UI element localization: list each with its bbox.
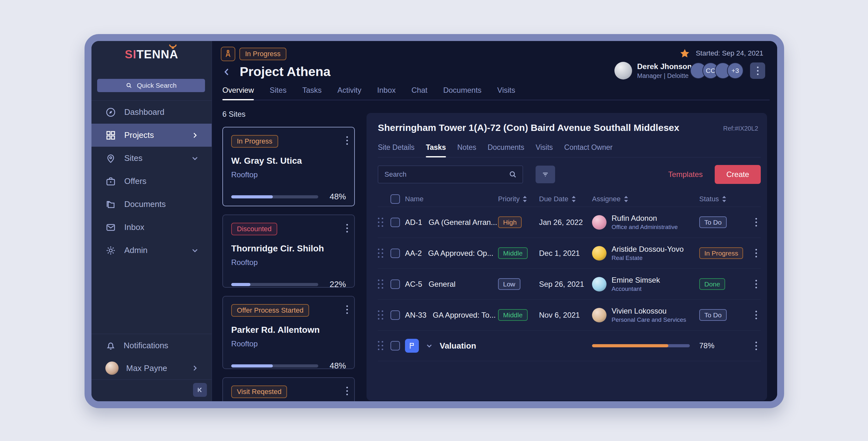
tab-activity[interactable]: Activity [338,86,362,100]
task-group-row[interactable]: Valuation 78% [378,330,761,361]
sidebar-item-inbox[interactable]: Inbox [91,216,212,239]
status-badge: To Do [699,309,727,321]
column-due-date: Due Date [539,195,568,203]
row-checkbox[interactable] [391,218,400,227]
row-checkbox[interactable] [391,341,400,350]
started-date: Started: Sep 24, 2021 [696,49,763,57]
site-card[interactable]: In Progress W. Gray St. Utica Rooftop 48… [222,127,355,206]
row-menu-button[interactable] [753,278,759,290]
tab-tasks[interactable]: Tasks [302,86,321,100]
card-menu-button[interactable] [344,304,350,316]
task-search-input[interactable] [378,166,523,183]
tab-notes[interactable]: Notes [457,143,476,157]
team-avatar-group[interactable]: CC +3 [690,62,743,79]
templates-link[interactable]: Templates [668,170,703,179]
card-menu-button[interactable] [344,134,350,147]
tab-sites[interactable]: Sites [270,86,286,100]
table-row[interactable]: AD-1GA (General Arran... High Jan 26, 20… [378,207,761,238]
antenna-icon [167,42,178,51]
sidebar-item-admin[interactable]: Admin [91,239,212,262]
tab-overview[interactable]: Overview [222,86,254,100]
quick-search-button[interactable]: Quick Search [97,79,205,92]
card-menu-button[interactable] [344,385,350,397]
site-panel-title: Sherringham Tower 1(A)-72 (Con) Baird Av… [378,122,679,133]
tab-visits[interactable]: Visits [535,143,553,157]
drag-handle-icon[interactable] [378,249,383,258]
tab-site-details[interactable]: Site Details [378,143,414,157]
table-row[interactable]: AA-2GA Approved: Op... Middle Dec 1, 202… [378,238,761,269]
sort-icon[interactable] [722,196,726,202]
due-date: Nov 6, 2021 [539,311,592,320]
flag-button[interactable] [405,339,419,353]
gear-icon [105,245,116,256]
sidebar-item-label: Dashboard [124,107,199,117]
row-checkbox[interactable] [391,310,400,320]
task-table: Name Priority Due Date Assignee Status A… [378,191,761,361]
row-checkbox[interactable] [391,280,400,289]
sidebar-item-label: Projects [124,130,183,140]
progress-percent: 48% [325,361,346,371]
site-card[interactable]: Visit Reqested Cedar House 1-68 [222,377,355,401]
site-name: W. Gray St. Utica [231,156,346,166]
project-type-button[interactable] [221,47,235,61]
sort-icon[interactable] [624,196,628,202]
assignee-name: Aristide Dossou-Yovo [612,245,684,254]
notifications-item[interactable]: Notifications [91,334,212,357]
app-logo: SITENNA [91,48,212,61]
sidebar-item-dashboard[interactable]: Dashboard [91,101,212,124]
site-ref: Ref:#IX20L2 [723,125,758,132]
drag-handle-icon[interactable] [378,341,383,350]
status-badge: To Do [699,216,727,228]
due-date: Sep 26, 2021 [539,280,592,289]
back-button[interactable] [221,67,232,77]
create-button[interactable]: Create [715,165,761,184]
table-row[interactable]: AC-5General Low Sep 26, 2021 Emine Simse… [378,269,761,300]
tab-chat[interactable]: Chat [411,86,427,100]
row-menu-button[interactable] [753,216,759,228]
sidebar-item-label: Sites [124,153,183,163]
project-tabs: Overview Sites Tasks Activity Inbox Chat… [222,86,770,100]
tab-documents[interactable]: Documents [488,143,524,157]
manager-role: Manager | Deloitte [637,72,692,80]
assignee-name: Rufin Adonon [612,214,678,223]
row-menu-button[interactable] [753,309,759,321]
tab-documents[interactable]: Documents [443,86,481,100]
site-card[interactable]: Discounted Thornridge Cir. Shiloh Roofto… [222,215,355,288]
filter-button[interactable] [535,166,555,183]
card-menu-button[interactable] [344,222,350,234]
site-card[interactable]: Offer Process Started Parker Rd. Allento… [222,296,355,369]
table-row[interactable]: AN-33GA Approved: To... Middle Nov 6, 20… [378,300,761,330]
folder-icon [105,199,116,210]
avatar [592,246,607,260]
star-icon[interactable] [679,48,690,59]
row-menu-button[interactable] [753,340,759,352]
chevron-right-icon [191,131,199,139]
tab-contact-owner[interactable]: Contact Owner [564,143,613,157]
row-menu-button[interactable] [753,247,759,259]
avatar [592,277,607,291]
drag-handle-icon[interactable] [378,280,383,289]
sidebar-item-projects[interactable]: Projects [91,124,212,147]
drag-handle-icon[interactable] [378,310,383,320]
priority-badge: Middle [498,247,528,259]
sidebar-item-sites[interactable]: Sites [91,147,212,170]
user-item[interactable]: Max Payne [91,357,212,379]
assignee-name: Vivien Lokossou [612,307,686,315]
priority-badge: Middle [498,309,528,321]
sidebar-item-offers[interactable]: Offers [91,170,212,193]
chevron-down-icon[interactable] [425,342,433,350]
row-checkbox[interactable] [391,249,400,258]
sidebar-collapse-button[interactable] [193,383,207,397]
tab-tasks[interactable]: Tasks [426,143,446,157]
site-status-badge: Visit Reqested [231,385,287,398]
progress-percent: 48% [325,192,346,201]
sidebar-item-documents[interactable]: Documents [91,193,212,216]
select-all-checkbox[interactable] [391,194,400,204]
tab-visits[interactable]: Visits [497,86,516,100]
sort-icon[interactable] [571,196,576,202]
project-menu-button[interactable] [750,62,765,79]
drag-handle-icon[interactable] [378,218,383,227]
avatar [592,308,607,322]
sort-icon[interactable] [523,196,527,202]
tab-inbox[interactable]: Inbox [377,86,396,100]
